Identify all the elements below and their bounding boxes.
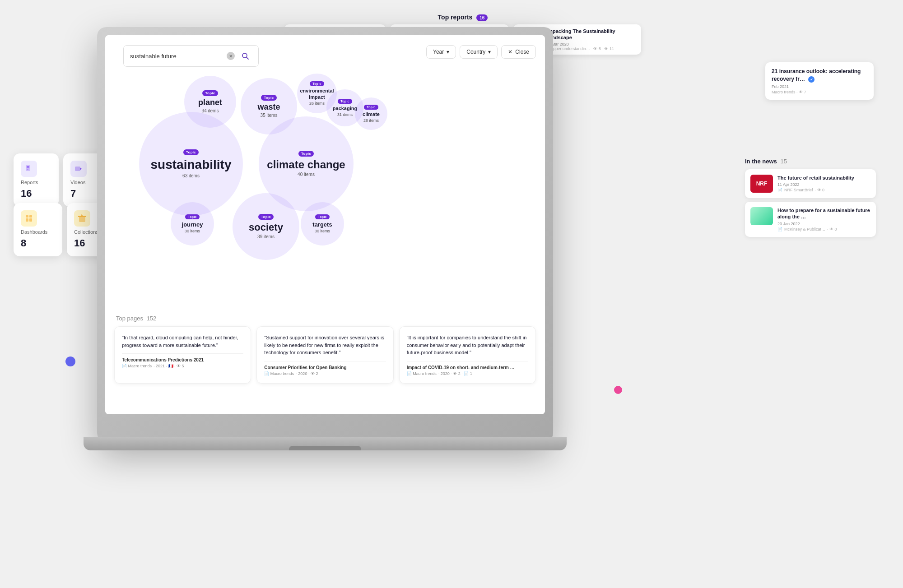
search-input[interactable]: sustainable future bbox=[130, 53, 223, 60]
svg-line-15 bbox=[247, 57, 248, 59]
svg-rect-4 bbox=[75, 167, 80, 171]
news-thumb-1: NRF bbox=[750, 175, 773, 193]
svg-rect-2 bbox=[27, 167, 29, 168]
news-title-2: How to prepare for a sustainable future … bbox=[777, 207, 870, 220]
dashboards-icon bbox=[21, 210, 37, 227]
reports-label: Reports bbox=[21, 180, 51, 185]
page-year-1: · 2021 · 🇫🇷 · 👁 5 bbox=[154, 364, 184, 368]
videos-value: 7 bbox=[70, 188, 101, 199]
bubble-name-packaging: packaging bbox=[333, 106, 357, 111]
page-category-3: 📄 Macro trends bbox=[407, 371, 437, 376]
page-card-2[interactable]: "Sustained support for innovation over s… bbox=[256, 326, 393, 384]
svg-rect-3 bbox=[27, 169, 28, 170]
bubble-label-climate-change: Topic bbox=[298, 151, 314, 157]
page-year-2: · 2020 · 👁 2 bbox=[296, 371, 318, 376]
videos-label: Videos bbox=[70, 180, 101, 185]
page-meta-1: 📄 Macro trends · 2021 · 🇫🇷 · 👁 5 bbox=[122, 364, 243, 368]
dashboards-label: Dashboards bbox=[21, 229, 55, 235]
svg-rect-8 bbox=[26, 218, 28, 222]
bubble-items-targets: 30 items bbox=[315, 229, 330, 233]
page-card-1[interactable]: "In that regard, cloud computing can hel… bbox=[114, 326, 251, 384]
top-pages-section: Top pages 152 "In that regard, cloud com… bbox=[114, 315, 536, 414]
search-input-wrapper[interactable]: sustainable future ✕ bbox=[123, 45, 259, 67]
close-x-icon: ✕ bbox=[508, 49, 512, 55]
news-date-1: 11 Apr 2022 bbox=[777, 182, 854, 187]
bubble-name-targets: targets bbox=[312, 221, 332, 228]
clear-search-button[interactable]: ✕ bbox=[227, 52, 235, 60]
bubble-name-planet: planet bbox=[198, 98, 222, 108]
bubble-label-climate-small: Topic bbox=[364, 105, 378, 110]
page-source-2: Consumer Priorities for Open Banking bbox=[264, 365, 386, 370]
insurance-card[interactable]: 21 insurance outlook: accelerating recov… bbox=[765, 62, 874, 100]
close-button[interactable]: ✕ Close bbox=[501, 45, 536, 59]
news-meta-2: 📄 McKinsey & Publicat… · 👁 0 bbox=[777, 227, 870, 231]
bubble-label-envimpact: Topic bbox=[310, 81, 324, 86]
bubble-targets[interactable]: Topic targets 30 items bbox=[301, 202, 344, 245]
bubble-name-climate-small: climate bbox=[363, 111, 380, 117]
videos-icon bbox=[70, 161, 87, 177]
news-thumb-2 bbox=[750, 207, 773, 225]
reports-value: 16 bbox=[21, 188, 51, 199]
top-pages-title: Top pages 152 bbox=[114, 315, 536, 322]
stat-card-dashboards[interactable]: Dashboards 8 bbox=[14, 203, 62, 256]
bubble-climate-small[interactable]: Topic climate 28 items bbox=[355, 97, 387, 130]
news-date-2: 20 Jan 2022 bbox=[777, 222, 870, 226]
search-bar: sustainable future ✕ bbox=[123, 45, 473, 67]
page-footer-3: Impact of COVID-19 on short- and medium-… bbox=[407, 361, 528, 376]
svg-marker-5 bbox=[80, 167, 82, 170]
country-chevron-icon: ▾ bbox=[488, 49, 491, 55]
news-item-2[interactable]: How to prepare for a sustainable future … bbox=[745, 202, 876, 237]
bubble-society[interactable]: Topic society 39 items bbox=[233, 193, 299, 260]
news-source-2: 📄 bbox=[777, 227, 782, 231]
page-quote-1: "In that regard, cloud computing can hel… bbox=[122, 334, 243, 349]
page-quote-2: "Sustained support for innovation over s… bbox=[264, 334, 386, 357]
insurance-date: Feb 2021 bbox=[772, 84, 867, 89]
report-title-3: Unpacking The Sustainability Landscape bbox=[546, 28, 636, 41]
page-category-2: 📄 Macro trends bbox=[264, 371, 294, 376]
bubble-items-climate-small: 28 items bbox=[363, 118, 379, 123]
bubble-name-climate-change: climate change bbox=[267, 158, 345, 171]
country-label: Country bbox=[466, 49, 485, 55]
report-info-3: Unpacking The Sustainability Landscape 1… bbox=[546, 28, 636, 51]
verified-badge: ✓ bbox=[808, 76, 815, 83]
page-footer-2: Consumer Priorities for Open Banking 📄 M… bbox=[264, 361, 386, 376]
top-reports-count: 16 bbox=[476, 14, 488, 21]
bubble-journey[interactable]: Topic journey 30 items bbox=[171, 202, 214, 245]
filter-buttons: Year ▾ Country ▾ ✕ Close bbox=[426, 45, 536, 59]
insurance-meta: Macro trends · 👁 7 bbox=[772, 90, 867, 94]
bubble-label-planet: Topic bbox=[202, 90, 218, 96]
country-filter[interactable]: Country ▾ bbox=[460, 45, 498, 59]
bubble-label-targets: Topic bbox=[315, 214, 330, 219]
news-item-1[interactable]: NRF The future of retail sustainability … bbox=[745, 169, 876, 198]
news-title-1: The future of retail sustainability bbox=[777, 175, 854, 181]
bubble-items-waste: 35 items bbox=[261, 113, 278, 118]
top-reports-title: Top reports 16 bbox=[438, 14, 488, 21]
bubble-name-sustainability: sustainability bbox=[151, 157, 232, 172]
page-source-1: Telecommunications Predictions 2021 bbox=[122, 357, 243, 362]
stat-card-reports[interactable]: Reports 16 bbox=[14, 153, 59, 207]
search-button[interactable] bbox=[238, 49, 252, 63]
laptop-screen: sustainable future ✕ Year ▾ Country ▾ bbox=[105, 35, 545, 414]
bubble-items-society: 39 items bbox=[257, 234, 275, 239]
pages-cards: "In that regard, cloud computing can hel… bbox=[114, 326, 536, 384]
page-meta-3: 📄 Macro trends · 2020 · 👁 2 · 📄 1 bbox=[407, 371, 528, 376]
year-filter[interactable]: Year ▾ bbox=[426, 45, 456, 59]
bubble-label-packaging: Topic bbox=[338, 99, 352, 104]
report-date-3: 19 Mar 2020 bbox=[546, 42, 636, 46]
screen-content: sustainable future ✕ Year ▾ Country ▾ bbox=[105, 35, 545, 414]
close-label: Close bbox=[515, 49, 529, 55]
bubbles-area: Topic planet 34 items Topic waste 35 ite… bbox=[105, 67, 545, 315]
laptop-notch bbox=[289, 446, 361, 450]
deco-pink bbox=[614, 386, 622, 394]
bubble-label-waste: Topic bbox=[261, 95, 276, 101]
page-meta-2: 📄 Macro trends · 2020 · 👁 2 bbox=[264, 371, 386, 376]
bubble-name-society: society bbox=[249, 222, 283, 233]
bubble-sustainability[interactable]: Topic sustainability 63 items bbox=[139, 112, 243, 216]
in-news-title: In the news 15 bbox=[745, 158, 876, 165]
laptop: sustainable future ✕ Year ▾ Country ▾ bbox=[97, 27, 553, 442]
page-footer-1: Telecommunications Predictions 2021 📄 Ma… bbox=[122, 353, 243, 368]
page-card-3[interactable]: "It is important for companies to unders… bbox=[399, 326, 536, 384]
bubble-label-journey: Topic bbox=[185, 214, 200, 219]
news-source-1: 📄 bbox=[777, 188, 782, 192]
svg-rect-6 bbox=[26, 215, 28, 218]
